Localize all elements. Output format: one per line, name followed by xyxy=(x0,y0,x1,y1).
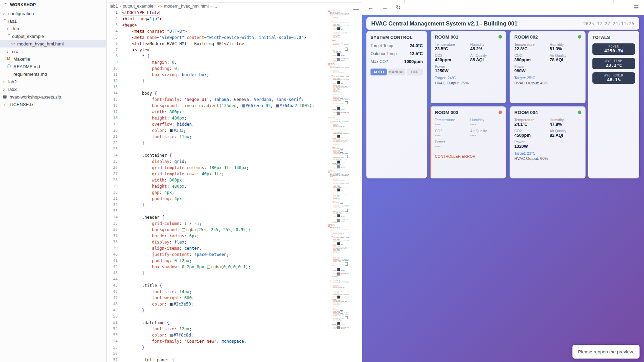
forward-arrow-icon[interactable]: → xyxy=(382,4,388,11)
tree-item-makefile[interactable]: MMakefile xyxy=(0,55,106,63)
hamburger-menu-icon[interactable]: ☰ xyxy=(634,4,639,11)
tree-item-modern-hvac-hmi-html[interactable]: <>modern_hvac_hmi.html xyxy=(0,40,106,48)
code-line[interactable]: 47 font-weight: 600; xyxy=(107,295,362,301)
code-line[interactable]: 28 width: 800px; xyxy=(107,177,362,183)
code-line[interactable]: 37 border-radius: 6px; xyxy=(107,233,362,239)
code-line[interactable]: 25 display: grid; xyxy=(107,158,362,165)
system-control-panel: SYSTEM CONTROL Target Temp:24.0°COutdoor… xyxy=(366,31,427,178)
code-line[interactable]: 44 xyxy=(107,276,362,282)
mode-button-auto[interactable]: AUTO xyxy=(371,69,387,75)
code-line[interactable]: 55 } xyxy=(107,344,362,351)
mode-button-off[interactable]: OFF xyxy=(407,69,423,75)
code-line[interactable]: 39 align-items: center; xyxy=(107,245,362,251)
back-arrow-icon[interactable]: ← xyxy=(367,4,374,11)
code-line[interactable]: 10 padding: 0; xyxy=(107,65,362,72)
tree-item-readme-md[interactable]: ⓘREADME.md xyxy=(0,63,106,70)
tree-item-lab3[interactable]: ›lab3 xyxy=(0,85,106,93)
code-line[interactable]: 36 background: rgba(255, 255, 255, 0.95)… xyxy=(107,227,362,233)
code-line[interactable]: 18 height: 480px; xyxy=(107,115,362,121)
code-line[interactable]: 51 .datetime { xyxy=(107,320,362,326)
tree-item-configuration[interactable]: ›configuration xyxy=(0,10,106,17)
code-line[interactable]: 11 box-sizing: border-box; xyxy=(107,72,362,78)
code-line[interactable]: 52 font-size: 12px; xyxy=(107,326,362,332)
metric-value: 23.5°C xyxy=(435,46,468,51)
code-line[interactable]: 20 color: #333; xyxy=(107,127,362,134)
code-line[interactable]: 31 padding: 4px; xyxy=(107,196,362,202)
tree-item-license-txt[interactable]: LICENSE.txt xyxy=(0,101,106,108)
breadcrumb-item[interactable]: ... xyxy=(214,4,217,9)
code-line[interactable]: 2<html lang="ja"> xyxy=(107,16,362,22)
room-card-room-002: ROOM 002Temperature22.8°CHumidity51.3%CO… xyxy=(509,31,586,103)
code-line[interactable]: 4 <meta charset="UTF-8"> xyxy=(107,28,362,34)
code-line[interactable]: 43 } xyxy=(107,270,362,276)
code-line[interactable]: 30 gap: 4px; xyxy=(107,189,362,196)
tree-item-lab1[interactable]: ›lab1 xyxy=(0,17,106,25)
code-line[interactable]: 9 margin: 0; xyxy=(107,59,362,65)
code-line[interactable]: 23 xyxy=(107,146,362,152)
workspace-header[interactable]: › WORKSHOP xyxy=(0,0,106,10)
code-line[interactable]: 24 .container { xyxy=(107,152,362,158)
code-line[interactable]: 49 } xyxy=(107,307,362,313)
code-line[interactable]: 41 padding: 0 12px; xyxy=(107,258,362,264)
code-line[interactable]: 14 body { xyxy=(107,90,362,96)
code-text: grid-template-rows: 40px 1fr; xyxy=(122,171,224,177)
code-line[interactable]: 22 } xyxy=(107,140,362,146)
metric-label: Temperature xyxy=(514,42,548,46)
code-line[interactable]: 46 font-size: 14px; xyxy=(107,289,362,295)
system-control-rows: Target Temp:24.0°COutdoor Temp:12.5°CMax… xyxy=(371,43,423,64)
code-line[interactable]: 34 .header { xyxy=(107,214,362,220)
code-line[interactable]: 3<head> xyxy=(107,22,362,28)
code-line[interactable]: 1<!DOCTYPE html> xyxy=(107,10,362,16)
code-line[interactable]: 54 font-family: 'Courier New', monospace… xyxy=(107,338,362,344)
code-line[interactable]: 12 } xyxy=(107,78,362,84)
code-line[interactable]: 15 font-family: 'Segoe UI', Tahoma, Gene… xyxy=(107,96,362,103)
code-line[interactable]: 48 color: #2c3e50; xyxy=(107,301,362,307)
refresh-icon[interactable]: ↻ xyxy=(396,4,401,11)
code-line[interactable]: 7 <style> xyxy=(107,47,362,53)
breadcrumb-item[interactable]: lab1 xyxy=(110,4,118,9)
code-line[interactable]: 53 color: #7f8c8d; xyxy=(107,332,362,338)
editor-minimap[interactable]: <!DOCTYPE html><html lang="ja"><head> <m… xyxy=(328,10,349,362)
code-line[interactable]: 40 justify-content: space-between; xyxy=(107,251,362,258)
code-line[interactable]: 32 } xyxy=(107,202,362,208)
mode-button-manual[interactable]: MANUAL xyxy=(388,69,405,75)
tab-strip xyxy=(107,0,362,3)
tree-item-requirements-md[interactable]: ↓requirements.md xyxy=(0,70,106,78)
code-area[interactable]: 1<!DOCTYPE html>2<html lang="ja">3<head>… xyxy=(107,10,362,362)
code-line[interactable]: 56 xyxy=(107,351,362,357)
code-line[interactable]: 6 <title>Modern HVAC HMI — Building 001<… xyxy=(107,41,362,47)
code-line[interactable]: 57 .left-panel { xyxy=(107,357,362,362)
totals-value: 48.1% xyxy=(607,77,620,82)
tree-item-output-example[interactable]: ›output_example xyxy=(0,32,106,40)
chevron-down-icon: › xyxy=(7,34,12,39)
metric-label: Air Quality xyxy=(550,129,581,133)
code-line[interactable]: 27 grid-template-rows: 40px 1fr; xyxy=(107,171,362,177)
line-number: 2 xyxy=(107,16,122,22)
tree-item-hvac-workshop-assets-zip[interactable]: hvac-workshop-assets.zip xyxy=(0,93,106,101)
panel-resize-handle[interactable] xyxy=(353,9,359,10)
code-line[interactable]: 19 overflow: hidden; xyxy=(107,121,362,127)
tree-item-src[interactable]: ›src xyxy=(0,48,106,55)
code-line[interactable]: 33 xyxy=(107,208,362,214)
code-line[interactable]: 21 font-size: 11px; xyxy=(107,134,362,140)
breadcrumb-item[interactable]: modern_hvac_hmi.html xyxy=(164,4,209,9)
tree-item-lab2[interactable]: ›lab2 xyxy=(0,78,106,85)
tree-item-kiro[interactable]: ›.kiro xyxy=(0,25,106,32)
code-line[interactable]: 45 .title { xyxy=(107,282,362,289)
code-line[interactable]: 50 xyxy=(107,313,362,320)
code-text: } xyxy=(122,140,144,146)
code-line[interactable]: 29 height: 480px; xyxy=(107,183,362,189)
breadcrumb-item[interactable]: output_example xyxy=(123,4,153,9)
line-number: 5 xyxy=(107,34,122,41)
code-line[interactable]: 13 xyxy=(107,84,362,90)
code-line[interactable]: 26 grid-template-columns: 180px 1fr 140p… xyxy=(107,165,362,171)
code-line[interactable]: 17 width: 800px; xyxy=(107,109,362,115)
code-line[interactable]: 5 <meta name="viewport" content="width=d… xyxy=(107,34,362,41)
code-line[interactable]: 35 grid-column: 1 / -1; xyxy=(107,220,362,227)
code-line[interactable]: 8 * { xyxy=(107,53,362,59)
totals-box-avg-humid: AVG HUMID48.1% xyxy=(592,72,635,84)
code-line[interactable]: 42 box-shadow: 0 2px 8px rgba(0,0,0,0.1)… xyxy=(107,264,362,270)
code-line[interactable]: 38 display: flex; xyxy=(107,239,362,245)
code-line[interactable]: 16 background: linear-gradient(135deg, #… xyxy=(107,103,362,109)
code-text: justify-content: space-between; xyxy=(122,251,229,258)
